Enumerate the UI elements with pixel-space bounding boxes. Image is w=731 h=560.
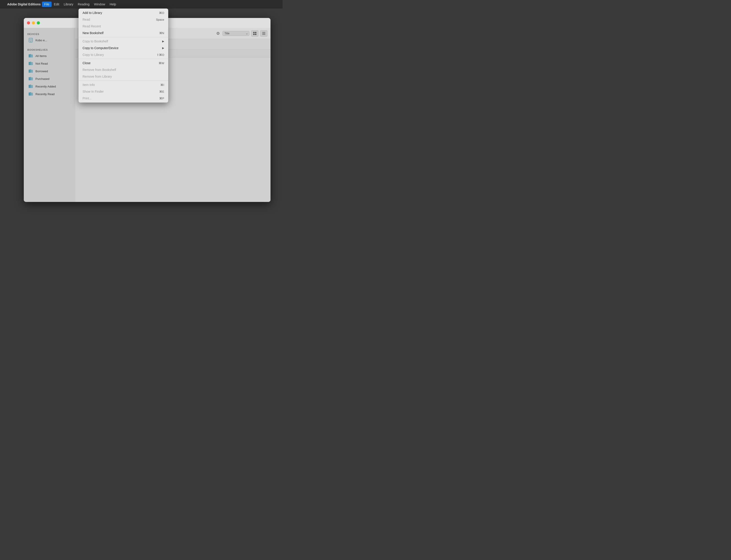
sidebar-item-borrowed[interactable]: Borrowed [25, 67, 75, 75]
svg-rect-25 [262, 32, 265, 33]
maximize-button[interactable] [37, 21, 40, 24]
read-shortcut: Space [156, 18, 164, 21]
menu-copy-to-computer[interactable]: Copy to Computer/Device ▶ [79, 45, 168, 51]
add-to-library-label: Add to Library [83, 11, 102, 15]
sort-dropdown[interactable]: Title Author Recent [223, 31, 250, 36]
recently-read-icon [28, 92, 33, 96]
svg-rect-20 [31, 93, 33, 96]
svg-rect-4 [30, 54, 31, 57]
svg-rect-21 [253, 32, 255, 33]
svg-rect-26 [262, 33, 265, 34]
menu-edit[interactable]: Edit [52, 2, 61, 7]
add-to-library-shortcut: ⌘O [159, 11, 164, 15]
sidebar-item-all-items[interactable]: All Items [25, 52, 75, 60]
file-dropdown-menu[interactable]: Add to Library ⌘O Read Space Read Recent… [79, 9, 168, 103]
svg-rect-9 [29, 70, 30, 73]
svg-rect-14 [31, 77, 33, 80]
close-button[interactable] [27, 21, 30, 24]
menu-read-recent[interactable]: Read Recent [79, 23, 168, 30]
purchased-icon [28, 76, 33, 81]
copy-to-library-shortcut: ⇧⌘O [157, 53, 164, 57]
devices-section-title: Devices [24, 31, 75, 36]
svg-rect-3 [29, 54, 30, 57]
remove-from-library-label: Remove from Library [83, 75, 112, 78]
menu-library[interactable]: Library [61, 2, 76, 7]
svg-rect-7 [30, 62, 31, 65]
svg-rect-17 [31, 85, 33, 88]
svg-rect-27 [262, 34, 265, 35]
copy-to-bookshelf-arrow: ▶ [162, 40, 164, 43]
print-label: Print... [83, 96, 92, 100]
svg-rect-15 [29, 85, 30, 88]
sidebar-item-purchased[interactable]: Purchased [25, 75, 75, 83]
menu-read[interactable]: Read Space [79, 16, 168, 23]
menu-reading[interactable]: Reading [76, 2, 92, 7]
sidebar-item-recently-added[interactable]: Recently Added [25, 83, 75, 90]
recently-added-icon [28, 84, 33, 89]
menu-remove-from-bookshelf[interactable]: Remove from Bookshelf [79, 66, 168, 73]
sort-dropdown-wrapper: Title Author Recent [223, 31, 250, 36]
separator-2 [79, 59, 168, 59]
menu-copy-to-library[interactable]: Copy to Library ⇧⌘O [79, 51, 168, 58]
device-icon [28, 38, 33, 43]
show-in-finder-shortcut: ⌘E [159, 90, 164, 93]
copy-to-library-label: Copy to Library [83, 53, 104, 57]
recently-added-label: Recently Added [35, 85, 56, 88]
borrowed-icon [28, 69, 33, 74]
sidebar-item-kobo[interactable]: Kobo e... [25, 36, 75, 44]
read-label: Read [83, 18, 90, 21]
print-shortcut: ⌘P [159, 97, 164, 100]
svg-rect-5 [31, 55, 33, 57]
item-info-label: Item Info [83, 83, 95, 87]
svg-rect-8 [31, 62, 33, 65]
copy-to-bookshelf-label: Copy to Bookshelf [83, 39, 108, 43]
svg-rect-13 [30, 77, 31, 80]
not-read-icon [28, 61, 33, 66]
menu-item-info[interactable]: Item Info ⌘I [79, 81, 168, 88]
menu-add-to-library[interactable]: Add to Library ⌘O [79, 9, 168, 16]
bookshelves-section-title: Bookshelves [24, 47, 75, 52]
svg-rect-24 [255, 34, 256, 35]
read-recent-label: Read Recent [83, 24, 101, 28]
grid-view-button[interactable] [251, 30, 259, 37]
svg-rect-10 [30, 69, 31, 73]
all-items-label: All Items [35, 54, 47, 58]
not-read-label: Not Read [35, 62, 48, 65]
kobo-label: Kobo e... [35, 39, 47, 42]
svg-rect-18 [29, 92, 30, 96]
menu-file[interactable]: File [42, 2, 52, 7]
svg-rect-11 [31, 70, 33, 73]
new-bookshelf-shortcut: ⌘N [159, 31, 164, 35]
sidebar-item-not-read[interactable]: Not Read [25, 60, 75, 67]
svg-rect-23 [253, 34, 255, 35]
svg-rect-22 [255, 32, 256, 33]
menu-close[interactable]: Close ⌘W [79, 60, 168, 66]
menu-copy-to-bookshelf[interactable]: Copy to Bookshelf ▶ [79, 38, 168, 45]
menu-window[interactable]: Window [92, 2, 107, 7]
svg-rect-6 [29, 62, 30, 65]
remove-from-bookshelf-label: Remove from Bookshelf [83, 68, 116, 72]
menubar: Adobe Digital Editions File Edit Library… [0, 0, 283, 9]
copy-to-computer-arrow: ▶ [162, 46, 164, 50]
menu-help[interactable]: Help [107, 2, 118, 7]
svg-rect-16 [30, 85, 31, 88]
svg-rect-19 [30, 92, 31, 96]
gear-icon[interactable]: ⚙ [215, 31, 221, 36]
menu-new-bookshelf[interactable]: New Bookshelf ⌘N [79, 30, 168, 36]
menu-print[interactable]: Print... ⌘P [79, 95, 168, 102]
app-name-label: Adobe Digital Editions [7, 2, 41, 6]
menu-show-in-finder[interactable]: Show In Finder ⌘E [79, 88, 168, 95]
menu-remove-from-library[interactable]: Remove from Library [79, 73, 168, 80]
list-view-button[interactable] [260, 30, 267, 37]
purchased-label: Purchased [35, 77, 49, 81]
svg-rect-2 [30, 42, 31, 42]
sidebar-item-recently-read[interactable]: Recently Read [25, 90, 75, 98]
toolbar-right: ⚙ Title Author Recent [215, 30, 267, 37]
svg-rect-1 [29, 39, 32, 41]
sidebar: Devices Kobo e... Bookshelves [24, 28, 75, 202]
copy-to-computer-label: Copy to Computer/Device [83, 46, 118, 50]
item-info-shortcut: ⌘I [160, 83, 164, 87]
separator-1 [79, 37, 168, 37]
minimize-button[interactable] [32, 21, 35, 24]
new-bookshelf-label: New Bookshelf [83, 31, 103, 35]
